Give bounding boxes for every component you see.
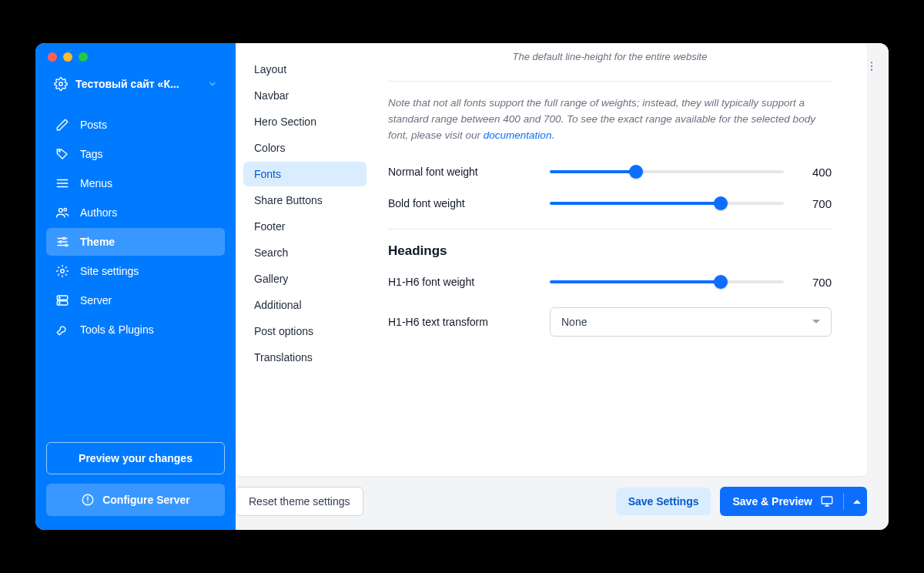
svg-point-4 <box>63 237 65 240</box>
sidebar-item-label: Posts <box>80 119 107 131</box>
heading-transform-select[interactable]: None <box>550 307 832 337</box>
save-preview-button[interactable]: Save & Preview <box>720 487 867 516</box>
slider-wrap: 400 <box>550 166 832 179</box>
svg-point-7 <box>61 270 65 273</box>
svg-point-2 <box>59 209 62 213</box>
sidebar-item-menus[interactable]: Menus <box>46 169 225 197</box>
button-label: Preview your changes <box>79 452 192 464</box>
subnav-layout[interactable]: Layout <box>243 57 367 82</box>
sidebar-item-theme[interactable]: Theme <box>46 228 225 256</box>
sidebar-item-server[interactable]: Server <box>46 286 225 314</box>
sidebar-item-settings[interactable]: Site settings <box>46 257 225 285</box>
save-settings-button[interactable]: Save Settings <box>616 488 711 515</box>
sidebar-item-tools[interactable]: Tools & Plugins <box>46 316 225 343</box>
window-traffic-lights <box>48 52 88 62</box>
site-icon <box>54 77 68 91</box>
minimize-window-icon[interactable] <box>63 52 72 62</box>
menu-icon <box>55 176 69 190</box>
subnav-footer[interactable]: Footer <box>243 214 367 239</box>
slider-wrap: 700 <box>550 197 832 210</box>
slider-thumb[interactable] <box>714 275 728 289</box>
pencil-icon <box>55 118 69 132</box>
subnav-hero[interactable]: Hero Section <box>243 109 367 134</box>
control-label: H1-H6 font weight <box>388 276 534 288</box>
site-name: Тестовый сайт «К... <box>75 78 200 90</box>
normal-weight-row: Normal font weight 400 <box>388 166 832 179</box>
fonts-panel: The default line-height for the entire w… <box>374 43 867 476</box>
chevron-down-icon <box>208 79 217 89</box>
sidebar-item-label: Tags <box>80 148 103 160</box>
divider <box>388 229 832 230</box>
subnav-search[interactable]: Search <box>243 240 367 265</box>
bold-weight-slider[interactable] <box>550 202 784 205</box>
divider <box>388 81 832 82</box>
subnav-gallery[interactable]: Gallery <box>243 266 367 291</box>
button-label: Configure Server <box>102 494 190 506</box>
theme-subnav: Layout Navbar Hero Section Colors Fonts … <box>236 43 374 476</box>
subnav-colors[interactable]: Colors <box>243 136 367 160</box>
svg-point-1 <box>59 150 60 152</box>
svg-point-5 <box>59 241 62 243</box>
chevron-up-icon[interactable] <box>853 500 861 504</box>
maximize-window-icon[interactable] <box>79 52 88 62</box>
headings-section-title: Headings <box>388 243 832 259</box>
note-text-end: . <box>551 129 554 141</box>
subnav-fonts[interactable]: Fonts <box>243 162 367 186</box>
subnav-share[interactable]: Share Buttons <box>243 188 367 213</box>
font-weight-note: Note that not all fonts support the full… <box>388 96 832 144</box>
heading-transform-row: H1-H6 text transform None <box>388 307 832 337</box>
slider-thumb[interactable] <box>629 165 643 179</box>
sidebar-item-label: Authors <box>80 206 117 219</box>
line-height-description: The default line-height for the entire w… <box>388 48 832 73</box>
tag-icon <box>55 147 69 161</box>
gear-icon <box>55 264 69 278</box>
close-window-icon[interactable] <box>48 52 57 62</box>
configure-server-button[interactable]: Configure Server <box>46 484 225 516</box>
sidebar-item-label: Tools & Plugins <box>80 323 154 336</box>
sidebar-item-label: Site settings <box>80 265 139 277</box>
svg-point-6 <box>65 244 68 246</box>
bold-weight-value: 700 <box>801 197 832 210</box>
footer-actions: Reset theme settings Save Settings Save … <box>236 487 867 516</box>
svg-point-14 <box>871 65 872 67</box>
heading-weight-row: H1-H6 font weight 700 <box>388 276 832 289</box>
heading-weight-slider[interactable] <box>550 280 784 283</box>
more-menu-button[interactable] <box>862 57 881 78</box>
sidebar: Тестовый сайт «К... Posts Tags Menus Aut… <box>35 43 236 530</box>
users-icon <box>55 206 69 219</box>
control-label: Bold font weight <box>388 197 534 209</box>
wrench-icon <box>55 323 69 337</box>
subnav-post-options[interactable]: Post options <box>243 319 367 343</box>
documentation-link[interactable]: documentation <box>484 129 552 141</box>
kebab-icon <box>865 60 878 72</box>
svg-point-13 <box>871 62 872 63</box>
button-label: Save & Preview <box>732 495 812 508</box>
settings-card: Layout Navbar Hero Section Colors Fonts … <box>236 43 867 476</box>
heading-weight-value: 700 <box>801 276 832 289</box>
svg-point-10 <box>59 297 60 298</box>
control-label: H1-H6 text transform <box>388 316 534 328</box>
svg-point-15 <box>871 69 872 71</box>
control-label: Normal font weight <box>388 166 534 178</box>
reset-theme-button[interactable]: Reset theme settings <box>236 487 363 516</box>
sidebar-nav: Posts Tags Menus Authors Theme Site sett… <box>46 111 225 343</box>
slider-wrap: 700 <box>550 276 832 289</box>
sidebar-item-tags[interactable]: Tags <box>46 140 225 168</box>
server-icon <box>55 293 69 307</box>
select-value: None <box>561 316 587 328</box>
site-switcher[interactable]: Тестовый сайт «К... <box>46 71 225 97</box>
subnav-navbar[interactable]: Navbar <box>243 83 367 108</box>
bold-weight-row: Bold font weight 700 <box>388 197 832 210</box>
normal-weight-slider[interactable] <box>550 170 784 173</box>
preview-changes-button[interactable]: Preview your changes <box>46 442 225 474</box>
chevron-down-icon <box>812 320 820 323</box>
normal-weight-value: 400 <box>801 166 832 179</box>
main-area: Layout Navbar Hero Section Colors Fonts … <box>236 43 889 530</box>
slider-thumb[interactable] <box>714 196 728 210</box>
sidebar-item-label: Server <box>80 294 112 307</box>
button-divider <box>843 493 844 510</box>
sidebar-item-authors[interactable]: Authors <box>46 199 225 226</box>
subnav-translations[interactable]: Translations <box>243 345 367 370</box>
sidebar-item-posts[interactable]: Posts <box>46 111 225 139</box>
subnav-additional[interactable]: Additional <box>243 293 367 317</box>
